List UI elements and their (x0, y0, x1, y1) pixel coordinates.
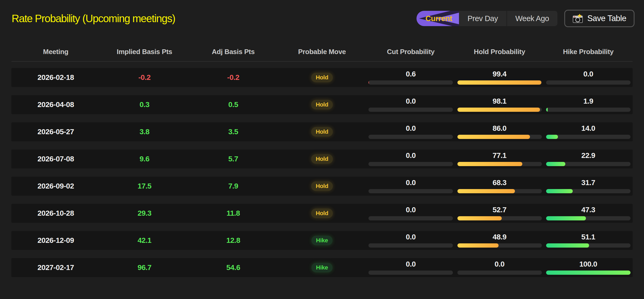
adj-basis-pts: 11.8 (189, 209, 278, 218)
hold-probability-cell: 68.3 (457, 179, 542, 193)
cut-bar-track (368, 162, 453, 166)
implied-basis-pts: -0.2 (100, 73, 189, 82)
hike-probability-cell: 31.7 (546, 179, 631, 193)
page-title: Rate Probability (Upcoming meetings) (12, 13, 175, 25)
hike-bar-fill (546, 189, 573, 193)
hike-value: 100.0 (579, 261, 597, 268)
table-row: 2026-02-18 -0.2 -0.2 Hold 0.6 99.4 (11, 68, 633, 87)
hold-value: 98.1 (493, 98, 506, 105)
table-row: 2027-02-17 96.7 54.6 Hike 0.0 0.0 (11, 258, 633, 277)
hike-bar-track (546, 271, 631, 275)
col-header-implied: Implied Basis Pts (100, 48, 189, 56)
hold-value: 86.0 (493, 125, 506, 132)
hold-bar-track (457, 243, 542, 248)
table-row: 2026-09-02 17.5 7.9 Hold 0.0 68.3 (11, 177, 633, 196)
cut-value: 0.0 (406, 152, 416, 159)
hold-bar-fill (457, 189, 515, 193)
cut-bar-track (368, 108, 453, 112)
hold-bar-fill (457, 243, 499, 248)
hold-probability-cell: 0.0 (457, 261, 542, 275)
cut-probability-cell: 0.0 (368, 98, 453, 112)
hold-value: 48.9 (493, 233, 506, 241)
tab-current[interactable]: Current (416, 11, 459, 26)
hike-bar-fill (546, 271, 631, 275)
cut-bar-track (368, 189, 453, 193)
tab-prev-day-label: Prev Day (467, 14, 498, 23)
rate-probability-table: Meeting Implied Basis Pts Adj Basis Pts … (11, 42, 633, 277)
hike-bar-fill (546, 243, 589, 248)
hold-value: 0.0 (495, 261, 504, 268)
col-header-hold: Hold Probability (455, 48, 544, 56)
hold-value: 77.1 (493, 152, 506, 159)
cut-bar-track (368, 135, 453, 139)
col-header-move: Probable Move (278, 48, 366, 56)
table-header-row: Meeting Implied Basis Pts Adj Basis Pts … (11, 42, 633, 61)
col-header-meeting: Meeting (11, 48, 100, 56)
meeting-date: 2026-04-08 (11, 100, 100, 109)
adj-basis-pts: 7.9 (189, 182, 278, 190)
hike-probability-cell: 22.9 (546, 152, 631, 166)
cut-bar-fill (368, 80, 369, 85)
hike-bar-track (546, 216, 631, 220)
hold-probability-cell: 48.9 (457, 233, 542, 248)
hold-bar-track (457, 189, 542, 193)
hold-bar-track (457, 135, 542, 139)
meeting-date: 2026-07-08 (11, 155, 100, 163)
cut-value: 0.6 (406, 70, 416, 78)
hike-bar-track (546, 108, 631, 112)
hold-value: 99.4 (493, 70, 506, 78)
hike-bar-track (546, 80, 631, 85)
hold-probability-cell: 86.0 (457, 125, 542, 139)
hike-probability-cell: 100.0 (546, 261, 631, 275)
hike-bar-track (546, 243, 631, 248)
save-table-button[interactable]: Save Table (564, 10, 634, 27)
cut-value: 0.0 (406, 179, 416, 186)
col-header-cut: Cut Probability (366, 48, 455, 56)
cut-value: 0.0 (406, 125, 416, 132)
hike-probability-cell: 47.3 (546, 206, 631, 220)
table-row: 2026-12-09 42.1 12.8 Hike 0.0 48.9 (11, 231, 633, 250)
meeting-date: 2026-10-28 (11, 209, 100, 218)
meeting-date: 2026-09-02 (11, 182, 100, 190)
hike-value: 51.1 (581, 233, 595, 241)
hold-bar-track (457, 80, 542, 85)
meeting-date: 2027-02-17 (11, 263, 100, 272)
hold-value: 52.7 (493, 206, 506, 214)
hike-probability-cell: 14.0 (546, 125, 631, 139)
probable-move-badge: Hike (311, 263, 332, 272)
hike-value: 31.7 (581, 179, 595, 186)
tab-week-ago[interactable]: Week Ago (506, 11, 558, 26)
hike-bar-fill (546, 108, 548, 112)
meeting-date: 2026-05-27 (11, 128, 100, 136)
col-header-adj: Adj Basis Pts (189, 48, 278, 56)
probable-move-badge: Hold (311, 209, 333, 218)
cut-probability-cell: 0.0 (368, 206, 453, 220)
tab-current-label: Current (425, 14, 452, 23)
cut-value: 0.0 (406, 206, 416, 214)
implied-basis-pts: 96.7 (100, 263, 189, 272)
table-row: 2026-07-08 9.6 5.7 Hold 0.0 77.1 2 (11, 150, 633, 168)
tab-prev-day[interactable]: Prev Day (459, 11, 506, 26)
adj-basis-pts: 5.7 (189, 155, 278, 163)
hike-probability-cell: 1.9 (546, 98, 631, 112)
cut-probability-cell: 0.0 (368, 233, 453, 248)
hold-bar-track (457, 162, 542, 166)
hold-bar-fill (457, 135, 530, 139)
probable-move-badge: Hold (311, 181, 333, 191)
meeting-date: 2026-12-09 (11, 236, 100, 245)
implied-basis-pts: 17.5 (100, 182, 189, 190)
cut-probability-cell: 0.0 (368, 261, 453, 275)
time-period-tabs: Current Prev Day Week Ago (416, 11, 557, 26)
adj-basis-pts: 0.5 (189, 100, 278, 109)
hold-probability-cell: 98.1 (457, 98, 542, 112)
hike-bar-track (546, 135, 631, 139)
hike-bar-track (546, 189, 631, 193)
cut-bar-track (368, 80, 453, 85)
toolbar-controls: Current Prev Day Week Ago Save Table (416, 10, 634, 27)
cut-bar-track (368, 271, 453, 275)
hold-bar-fill (457, 216, 502, 220)
implied-basis-pts: 3.8 (100, 128, 189, 136)
hold-bar-fill (457, 108, 540, 112)
hike-value: 14.0 (581, 125, 595, 132)
cut-value: 0.0 (406, 261, 416, 268)
